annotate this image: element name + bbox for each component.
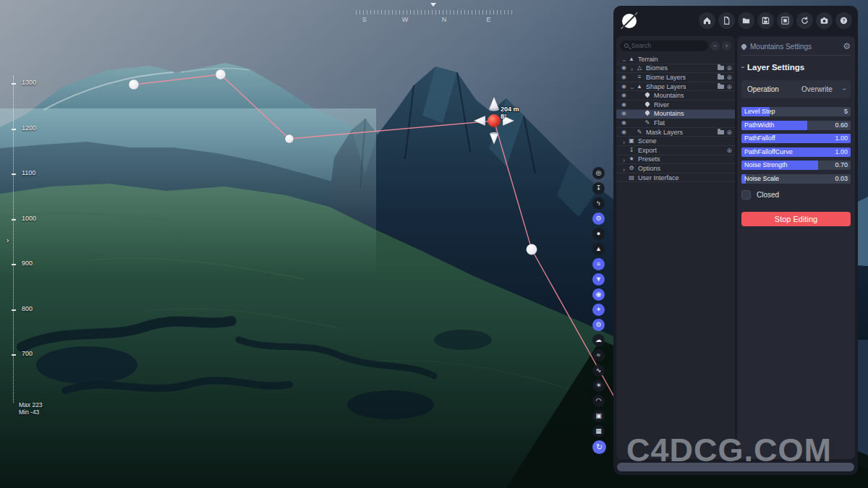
sliders-group: Level Step5PathWidth0.60PathFalloff1.00P… (741, 107, 851, 184)
water-button[interactable]: ≈ (592, 349, 605, 361)
tree-item-mask-layers[interactable]: ◉✎Mask Layers⊕ (616, 128, 735, 137)
sun-button[interactable]: ☀ (592, 380, 605, 392)
duplicate-button[interactable]: ▣ (592, 410, 605, 422)
slider-pathwidth[interactable]: PathWidth0.60 (741, 121, 851, 130)
mountain-button[interactable]: ▲ (592, 243, 605, 255)
effects-button[interactable]: ✦ (592, 304, 605, 316)
app-logo-icon[interactable] (621, 12, 638, 30)
watermark: C4DCG.COM (626, 432, 832, 469)
tree-item-options[interactable]: ›⚙Options (616, 164, 735, 174)
slider-label: PathFalloffCurve (744, 147, 793, 157)
layer-settings-section[interactable]: › Layer Settings (741, 63, 851, 72)
control-point[interactable] (285, 134, 294, 143)
tree-item-label: Terrain (638, 56, 658, 63)
transform-gizmo[interactable]: 204 m8° (474, 97, 519, 145)
folder-icon[interactable] (718, 130, 724, 134)
record-button[interactable]: ◎ (592, 167, 605, 179)
slider-value: 5 (844, 107, 848, 116)
reset-camera-button[interactable]: ↻ (592, 440, 606, 454)
add-icon[interactable]: ⊕ (726, 83, 732, 90)
stop-editing-button[interactable]: Stop Editing (741, 212, 851, 226)
gizmo-down-handle[interactable] (490, 134, 498, 145)
tree-item-flat[interactable]: ◉✎Flat (616, 119, 735, 128)
visibility-eye-icon[interactable]: ◉ (620, 119, 628, 127)
home-button[interactable] (699, 12, 715, 29)
settings-gear-icon[interactable]: ⚙ (843, 41, 851, 51)
visibility-button[interactable]: ◉ (592, 288, 605, 301)
expand-button[interactable]: › (722, 41, 731, 51)
save-button[interactable] (757, 12, 774, 29)
save-icon (761, 16, 770, 25)
add-icon[interactable]: ⊕ (726, 129, 732, 136)
tree-item-river[interactable]: ◉River (616, 100, 735, 110)
closed-checkbox[interactable] (741, 190, 751, 200)
tree-item-biomes[interactable]: ◉›△Biomes⊕ (616, 64, 735, 74)
open-folder-button[interactable] (738, 12, 754, 29)
control-point[interactable] (527, 244, 537, 255)
slider-level-step[interactable]: Level Step5 (741, 107, 851, 116)
screenshot-button[interactable] (816, 12, 833, 29)
tree-item-scene[interactable]: ›▣Scene (616, 137, 735, 146)
clouds-button[interactable]: ☁ (592, 334, 605, 346)
biome-layers-icon: ≡ (636, 73, 643, 82)
folder-icon[interactable] (718, 75, 724, 80)
options-gear-icon: ⚙ (628, 164, 635, 173)
tree-item-presets[interactable]: ›★Presets (616, 155, 735, 165)
stats-button[interactable]: ▦ (592, 425, 605, 437)
chevron-down-icon[interactable]: › (628, 80, 636, 93)
compass-letter-w: W (402, 16, 409, 23)
visibility-eye-icon[interactable]: ◉ (620, 100, 628, 109)
ambient-button[interactable]: ◠ (592, 395, 605, 407)
gizmo-center-sphere[interactable] (488, 114, 501, 127)
gear-button[interactable]: ⚙ (592, 319, 605, 331)
operation-value: Overwrite (801, 80, 833, 98)
tree-item-user-interface[interactable]: ▤User Interface (616, 174, 735, 183)
visibility-eye-icon[interactable]: ◉ (620, 91, 628, 100)
operation-dropdown[interactable]: Operation Overwrite › (741, 80, 851, 98)
ruler-tick (12, 83, 16, 85)
tree-item-mountains[interactable]: ◉Mountains (616, 110, 735, 119)
filter-button[interactable]: ▼ (592, 273, 605, 286)
slider-noise-strength[interactable]: Noise Strength0.70 (741, 160, 851, 170)
search-input[interactable]: Search (620, 40, 708, 51)
save-image-button[interactable] (777, 12, 793, 29)
folder-icon[interactable] (718, 85, 724, 89)
pin-icon (644, 92, 650, 98)
wind-button[interactable]: ∿ (592, 364, 605, 377)
tree-item-label: Mountains (654, 92, 684, 99)
chevron-right-icon[interactable]: › (620, 134, 628, 147)
new-file-button[interactable] (718, 12, 735, 29)
slider-pathfalloffcurve[interactable]: PathFalloffCurve1.00 (741, 147, 851, 157)
add-icon[interactable]: ⊕ (726, 74, 732, 81)
droplet-button[interactable]: ● (592, 228, 605, 240)
gizmo-up-handle[interactable] (489, 97, 499, 109)
control-point[interactable] (129, 80, 139, 90)
tree-item-shape-layers[interactable]: ◉›▲Shape Layers⊕ (616, 82, 735, 92)
sync-button[interactable] (796, 12, 813, 29)
help-button[interactable]: ? (835, 12, 852, 29)
visibility-eye-icon[interactable]: ◉ (620, 73, 628, 82)
visibility-eye-icon[interactable]: ◉ (620, 82, 628, 91)
folder-icon[interactable] (718, 66, 724, 70)
terrain-gears-button[interactable]: ⚙ (592, 213, 605, 225)
closed-checkbox-row: Closed (741, 190, 851, 200)
slider-pathfalloff[interactable]: PathFalloff1.00 (741, 134, 851, 143)
chevron-right-icon[interactable]: › (620, 162, 628, 175)
control-point[interactable] (216, 69, 226, 80)
ruler-tick (12, 219, 16, 221)
add-icon[interactable]: ⊕ (726, 147, 732, 154)
compass-ticks (356, 10, 515, 14)
lightning-button[interactable]: ϟ (592, 197, 605, 210)
visibility-eye-icon[interactable]: ◉ (620, 109, 628, 118)
collapse-all-button[interactable]: › (710, 41, 720, 51)
slider-value: 1.00 (835, 147, 848, 157)
gizmo-left-handle[interactable] (474, 116, 485, 126)
add-icon[interactable]: ⊕ (726, 64, 732, 72)
slider-noise-scale[interactable]: Noise Scale0.03 (741, 174, 851, 184)
layers-button[interactable]: ≡ (592, 258, 605, 270)
visibility-eye-icon[interactable]: ◉ (620, 64, 628, 72)
chevron-right-icon[interactable]: › (628, 61, 636, 74)
import-button[interactable]: ↧ (592, 182, 605, 194)
layers-tree-panel: Search › › ›▲Terrain◉›△Biomes⊕◉≡Biome La… (616, 36, 735, 459)
tree-item-export[interactable]: ↧Export⊕ (616, 146, 735, 155)
